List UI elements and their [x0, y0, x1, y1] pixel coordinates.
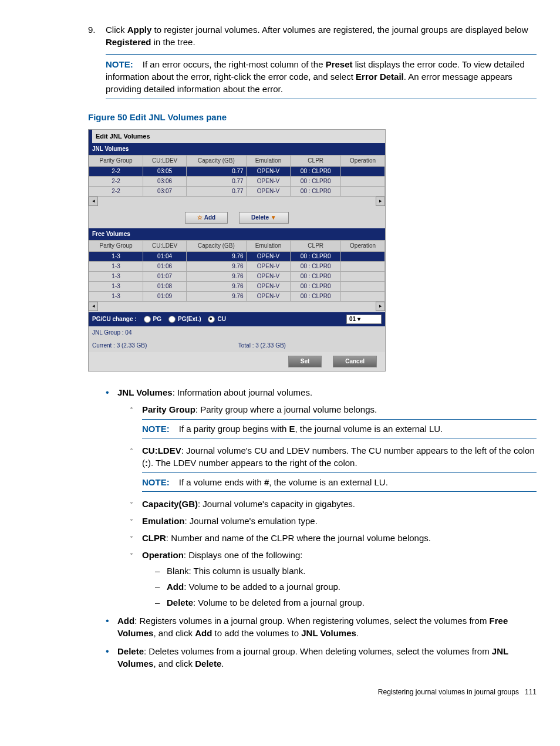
- jnl-group-info: JNL Group : 04: [89, 326, 385, 339]
- th-cap[interactable]: Capacity (GB): [187, 241, 247, 252]
- th-pg[interactable]: Parity Group: [89, 241, 143, 252]
- capacity-desc: Capacity(GB): Journal volume's capacity …: [130, 498, 537, 510]
- scroll-right-icon[interactable]: ▸: [376, 302, 385, 311]
- cancel-button[interactable]: Cancel: [333, 356, 377, 367]
- pgcu-label: PG/CU change :: [92, 315, 137, 323]
- th-em[interactable]: Emulation: [246, 156, 291, 167]
- cell: 00 : CLPR0: [291, 292, 341, 302]
- t: : Journal volume's capacity in gigabytes…: [198, 499, 355, 509]
- th-clpr[interactable]: CLPR: [291, 241, 341, 252]
- cell: 01:07: [143, 272, 187, 282]
- b: Add: [195, 628, 212, 638]
- radio-pgext[interactable]: [168, 316, 176, 323]
- apply-bold: Apply: [127, 25, 152, 35]
- cell: 01:06: [143, 262, 187, 272]
- cell: 9.76: [187, 262, 247, 272]
- t: .: [356, 628, 359, 638]
- b: Delete: [117, 646, 144, 656]
- cell: OPEN-V: [246, 187, 291, 197]
- pgcu-row: PG/CU change : PG PG(Ext.) CU 01 ▾: [89, 312, 385, 326]
- table-row[interactable]: 2-203:060.77OPEN-V00 : CLPR0: [89, 177, 385, 187]
- table-row[interactable]: 1-301:049.76OPEN-V00 : CLPR0: [89, 252, 385, 262]
- th-em[interactable]: Emulation: [246, 241, 291, 252]
- t: in the tree.: [151, 37, 195, 47]
- e-bold: E: [289, 424, 295, 434]
- total-label: Total : 3 (2.33 GB): [238, 342, 286, 349]
- dialog-buttons: Set Cancel: [89, 352, 385, 371]
- th-cap[interactable]: Capacity (GB): [187, 156, 247, 167]
- parity-group-desc: Parity Group: Parity group where a journ…: [130, 403, 537, 438]
- th-op[interactable]: Operation: [341, 156, 385, 167]
- th-clpr[interactable]: CLPR: [291, 156, 341, 167]
- t: to register journal volumes. After volum…: [151, 25, 528, 35]
- current-total-info: Current : 3 (2.33 GB) Total : 3 (2.33 GB…: [89, 339, 385, 352]
- delete-button[interactable]: Delete ▼: [239, 212, 289, 224]
- b: Parity Group: [142, 404, 195, 414]
- scroll-right-icon[interactable]: ▸: [376, 197, 385, 206]
- b: Add: [117, 616, 134, 626]
- scroll-left-icon[interactable]: ◂: [89, 197, 98, 206]
- t: ). The LDEV number appears to the right …: [148, 458, 357, 468]
- t: : Volume to be added to a journal group.: [184, 582, 340, 592]
- table-row[interactable]: 1-301:069.76OPEN-V00 : CLPR0: [89, 262, 385, 272]
- cell: 00 : CLPR0: [291, 282, 341, 292]
- t: , the journal volume is an external LU.: [295, 424, 443, 434]
- jnl-scroll: ◂ ▸: [89, 197, 385, 207]
- error-detail-bold: Error Detail: [356, 72, 404, 82]
- radio-cu-label: CU: [217, 315, 225, 323]
- page-number: 111: [525, 688, 537, 696]
- cell: 9.76: [187, 252, 247, 262]
- dialog-title: Edit JNL Volumes: [89, 130, 385, 143]
- table-row[interactable]: 1-301:079.76OPEN-V00 : CLPR0: [89, 272, 385, 282]
- table-row[interactable]: 2-203:070.77OPEN-V00 : CLPR0: [89, 187, 385, 197]
- b: CLPR: [142, 533, 166, 543]
- cell: 1-3: [89, 282, 143, 292]
- t: : Parity group where a journal volume be…: [195, 404, 377, 414]
- t: : Journal volume's emulation type.: [185, 516, 318, 526]
- table-row[interactable]: 1-301:099.76OPEN-V00 : CLPR0: [89, 292, 385, 302]
- b: Operation: [142, 550, 184, 560]
- table-row[interactable]: 2-203:050.77OPEN-V00 : CLPR0: [89, 167, 385, 177]
- cell: 01:08: [143, 282, 187, 292]
- cell: 00 : CLPR0: [291, 252, 341, 262]
- th-culdev[interactable]: CU:LDEV: [143, 156, 187, 167]
- t: : Volume to be deleted from a journal gr…: [193, 598, 365, 607]
- delete-desc: Delete: Deletes volumes from a journal g…: [106, 645, 537, 670]
- b: Delete: [195, 659, 221, 669]
- cell: 00 : CLPR0: [291, 187, 341, 197]
- clpr-desc: CLPR: Number and name of the CLPR where …: [130, 532, 537, 544]
- note-label: NOTE:: [106, 59, 133, 69]
- cell: 00 : CLPR0: [291, 177, 341, 187]
- cell: 0.77: [187, 167, 247, 177]
- b: JNL Volumes: [117, 387, 173, 397]
- op-delete: Delete: Volume to be deleted from a jour…: [155, 596, 537, 609]
- radio-pg[interactable]: [144, 316, 151, 323]
- cell: OPEN-V: [246, 292, 291, 302]
- t: If a volume ends with: [179, 477, 264, 487]
- t: : Displays one of the following:: [184, 550, 303, 560]
- th-op[interactable]: Operation: [341, 241, 385, 252]
- cu-select[interactable]: 01 ▾: [346, 315, 382, 324]
- b: Emulation: [142, 516, 185, 526]
- cell: 00 : CLPR0: [291, 272, 341, 282]
- note-block: NOTE: If an error occurs, the right-most…: [106, 54, 537, 99]
- cu-note: NOTE: If a volume ends with #, the volum…: [142, 472, 537, 492]
- scroll-left-icon[interactable]: ◂: [89, 302, 98, 311]
- radio-cu[interactable]: [208, 316, 215, 323]
- description-list: JNL Volumes: Information about journal v…: [106, 386, 537, 670]
- cell: 9.76: [187, 272, 247, 282]
- th-culdev[interactable]: CU:LDEV: [143, 241, 187, 252]
- cell: [341, 292, 385, 302]
- add-button[interactable]: ☆ Add: [185, 212, 228, 224]
- cell: 2-2: [89, 187, 143, 197]
- cell: OPEN-V: [246, 252, 291, 262]
- cell: [341, 167, 385, 177]
- th-pg[interactable]: Parity Group: [89, 156, 143, 167]
- table-row[interactable]: 1-301:089.76OPEN-V00 : CLPR0: [89, 282, 385, 292]
- set-button[interactable]: Set: [288, 356, 322, 367]
- cell: 1-3: [89, 262, 143, 272]
- t: If an error occurs, the right-most colum…: [143, 59, 326, 69]
- cell: OPEN-V: [246, 282, 291, 292]
- cell: 0.77: [187, 177, 247, 187]
- cell: 1-3: [89, 272, 143, 282]
